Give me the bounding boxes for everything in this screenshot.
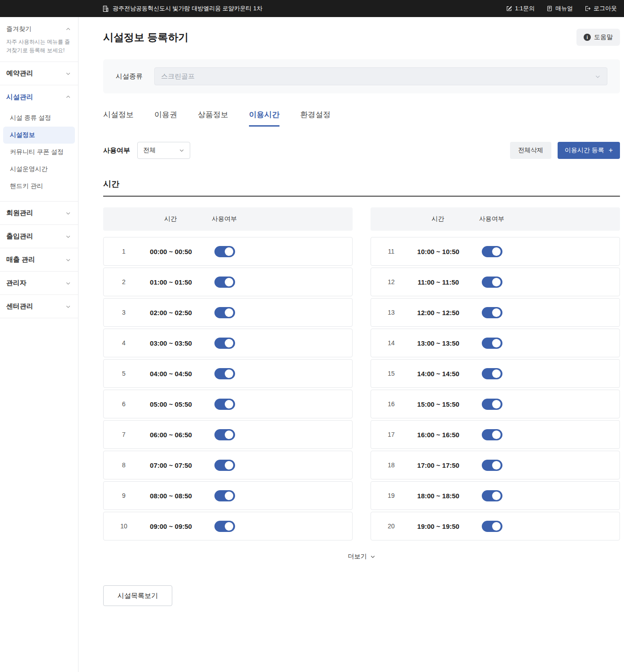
time-row-number: 12 (371, 278, 411, 285)
usage-toggle[interactable] (214, 429, 235, 440)
usage-toggle[interactable] (482, 490, 502, 501)
time-row-number: 16 (371, 400, 411, 408)
facility-type-select[interactable]: 스크린골프 (154, 67, 607, 85)
time-row-number: 2 (104, 278, 144, 285)
building-icon (102, 5, 109, 12)
sidebar-item-admin[interactable]: 관리자 (0, 272, 78, 295)
time-row: 1 00:00 ~ 00:50 (103, 237, 353, 266)
chevron-down-icon (179, 148, 184, 153)
logout-icon (585, 5, 591, 12)
usage-toggle[interactable] (214, 368, 235, 379)
tab-pass[interactable]: 이용권 (154, 110, 177, 127)
favorites-title: 즐겨찾기 (6, 25, 31, 33)
usage-toggle[interactable] (214, 490, 235, 501)
toggle-knob (492, 369, 501, 378)
col-header-usage: 사용여부 (465, 215, 519, 223)
sidebar-item-center[interactable]: 센터관리 (0, 295, 78, 318)
time-row: 20 19:00 ~ 19:50 (371, 512, 620, 540)
time-row-range: 05:00 ~ 05:50 (144, 400, 198, 408)
toggle-knob (492, 278, 501, 286)
logout-link[interactable]: 로그아웃 (585, 4, 617, 13)
time-row-number: 4 (104, 339, 144, 347)
usage-toggle[interactable] (214, 307, 235, 318)
favorites-header[interactable]: 즐겨찾기 (0, 17, 78, 38)
sidebar-item-facility-info[interactable]: 시설정보 (3, 127, 75, 144)
time-row-range: 19:00 ~ 19:50 (411, 523, 465, 530)
time-row: 8 07:00 ~ 07:50 (103, 451, 353, 479)
sidebar-item-member[interactable]: 회원관리 (0, 202, 78, 225)
time-row-range: 06:00 ~ 06:50 (144, 431, 198, 439)
time-row-number: 3 (104, 309, 144, 316)
tab-facility-info[interactable]: 시설정보 (103, 110, 134, 127)
manual-icon (546, 5, 553, 12)
table-header: 시간 사용여부 (371, 207, 620, 231)
time-row-range: 16:00 ~ 16:50 (411, 431, 465, 439)
time-row-range: 02:00 ~ 02:50 (144, 309, 198, 316)
chevron-down-icon (65, 281, 71, 286)
register-time-button[interactable]: 이용시간 등록 + (558, 142, 620, 159)
usage-toggle[interactable] (482, 368, 502, 379)
usage-toggle[interactable] (214, 521, 235, 532)
time-row-range: 14:00 ~ 14:50 (411, 370, 465, 378)
sidebar-item-community-coupon[interactable]: 커뮤니티 쿠폰 설정 (3, 144, 75, 161)
view-facility-list-button[interactable]: 시설목록보기 (103, 585, 172, 606)
tab-product-info[interactable]: 상품정보 (198, 110, 228, 127)
time-row: 5 04:00 ~ 04:50 (103, 359, 353, 388)
time-row-range: 12:00 ~ 12:50 (411, 309, 465, 316)
sidebar-item-facility-type-setting[interactable]: 시설 종류 설정 (3, 110, 75, 127)
tab-settings[interactable]: 환경설정 (300, 110, 331, 127)
sidebar-item-sales[interactable]: 매출 관리 (0, 248, 78, 272)
usage-toggle[interactable] (482, 338, 502, 349)
time-row-range: 01:00 ~ 01:50 (144, 278, 198, 286)
sidebar-item-facility[interactable]: 시설관리 (0, 85, 78, 109)
time-row-range: 11:00 ~ 11:50 (411, 278, 465, 286)
time-table-left: 시간 사용여부 1 00:00 ~ 00:50 (103, 207, 353, 542)
toggle-knob (225, 522, 233, 531)
time-row-range: 18:00 ~ 18:50 (411, 492, 465, 500)
chevron-down-icon (595, 74, 601, 79)
time-row: 3 02:00 ~ 02:50 (103, 298, 353, 327)
sidebar-item-operating-hours[interactable]: 시설운영시간 (3, 161, 75, 178)
usage-toggle[interactable] (214, 460, 235, 471)
toggle-knob (492, 339, 501, 347)
usage-toggle[interactable] (214, 246, 235, 257)
usage-toggle[interactable] (482, 246, 502, 257)
toggle-knob (225, 400, 233, 408)
help-button[interactable]: i 도움말 (576, 29, 620, 46)
usage-toggle[interactable] (482, 460, 502, 471)
tab-usage-hours[interactable]: 이용시간 (249, 110, 279, 127)
time-row: 13 12:00 ~ 12:50 (371, 298, 620, 327)
time-row-range: 09:00 ~ 09:50 (144, 523, 198, 530)
inquiry-link[interactable]: 1:1문의 (506, 4, 535, 13)
time-row-number: 14 (371, 339, 411, 347)
usage-toggle[interactable] (482, 399, 502, 410)
usage-toggle[interactable] (482, 277, 502, 288)
chevron-down-icon (370, 554, 375, 559)
usage-toggle[interactable] (214, 277, 235, 288)
time-section-title: 시간 (103, 179, 620, 197)
col-header-time: 시간 (411, 215, 465, 223)
toggle-knob (492, 461, 501, 470)
usage-toggle[interactable] (214, 399, 235, 410)
time-row-range: 13:00 ~ 13:50 (411, 339, 465, 347)
facility-name: 광주전남공동혁신도시 빛가람 대방엘리움 로얄카운티 1차 (113, 4, 262, 13)
chevron-down-icon (65, 304, 71, 309)
usage-toggle[interactable] (482, 521, 502, 532)
usage-filter-select[interactable]: 전체 (137, 142, 190, 159)
manual-link[interactable]: 매뉴얼 (546, 4, 573, 13)
sidebar-item-reservation[interactable]: 예약관리 (0, 62, 78, 85)
sidebar-item-handkey[interactable]: 핸드키 관리 (3, 178, 75, 195)
time-row: 4 03:00 ~ 03:50 (103, 329, 353, 357)
sidebar-item-access[interactable]: 출입관리 (0, 225, 78, 248)
toggle-knob (492, 430, 501, 439)
time-row: 16 15:00 ~ 15:50 (371, 390, 620, 418)
main-content: 시설정보 등록하기 i 도움말 시설종류 스크린골프 시설정보 이용권 상품정보… (79, 17, 624, 672)
usage-toggle[interactable] (482, 429, 502, 440)
usage-toggle[interactable] (482, 307, 502, 318)
chevron-down-icon (65, 257, 71, 263)
delete-all-button[interactable]: 전체삭제 (510, 142, 551, 159)
time-row-range: 03:00 ~ 03:50 (144, 339, 198, 347)
toggle-knob (492, 522, 501, 531)
usage-toggle[interactable] (214, 338, 235, 349)
more-button[interactable]: 더보기 (345, 552, 378, 561)
